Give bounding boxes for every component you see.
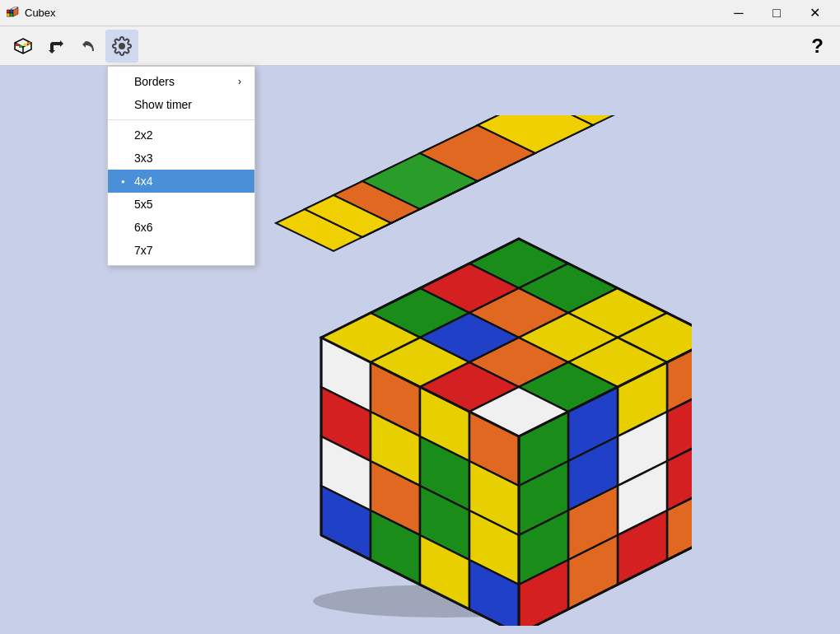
menu-item-7x7-label: 7x7 [134,244,153,257]
menu-item-show-timer-label: Show timer [134,98,192,111]
menu-item-6x6[interactable]: 6x6 [108,216,254,239]
scramble-button[interactable] [40,30,72,63]
cube-icon [13,36,33,56]
svg-rect-11 [24,44,27,46]
svg-rect-12 [27,42,30,44]
menu-item-3x3[interactable]: 3x3 [108,147,254,170]
svg-rect-2 [10,10,13,13]
svg-rect-9 [16,44,19,46]
toolbar: ? [0,26,840,66]
menu-item-5x5[interactable]: 5x5 [108,193,254,216]
menu-separator-1 [108,119,254,120]
menu-item-4x4-label: 4x4 [134,175,153,188]
minimize-button[interactable]: ─ [720,0,758,26]
bullet-4x4: ● [121,178,134,185]
menu-item-4x4[interactable]: ● 4x4 [108,170,254,193]
cube-button[interactable] [7,30,40,63]
menu-item-3x3-label: 3x3 [134,152,153,165]
title-bar: Cubex ─ □ ✕ [0,0,840,26]
gear-icon [112,36,132,56]
menu-item-2x2[interactable]: 2x2 [108,124,254,147]
svg-rect-4 [10,13,13,16]
menu-item-2x2-label: 2x2 [134,128,153,142]
settings-button[interactable] [105,30,138,63]
svg-rect-10 [19,45,22,48]
cube-display [198,115,692,626]
close-button[interactable]: ✕ [796,0,833,26]
menu-item-borders-label: Borders [134,75,175,88]
window-controls: ─ □ ✕ [720,0,833,26]
menu-item-6x6-label: 6x6 [134,221,153,234]
svg-rect-1 [7,10,10,13]
submenu-arrow-borders: › [238,76,241,87]
settings-dropdown: Borders › Show timer 2x2 3x3 ● 4x4 5x5 6… [107,66,255,266]
undo-button[interactable] [72,30,105,63]
menu-item-show-timer[interactable]: Show timer [108,93,254,116]
menu-item-borders[interactable]: Borders › [108,70,254,93]
maximize-button[interactable]: □ [758,0,796,26]
rubiks-cube-svg [198,115,692,626]
help-button[interactable]: ? [801,35,833,58]
cube-group [321,239,692,626]
window-title: Cubex [25,7,720,19]
svg-rect-3 [7,13,10,16]
undo-icon [79,36,99,56]
menu-item-7x7[interactable]: 7x7 [108,239,254,262]
menu-item-5x5-label: 5x5 [134,198,153,211]
scramble-icon [46,36,66,56]
app-icon [7,7,20,20]
